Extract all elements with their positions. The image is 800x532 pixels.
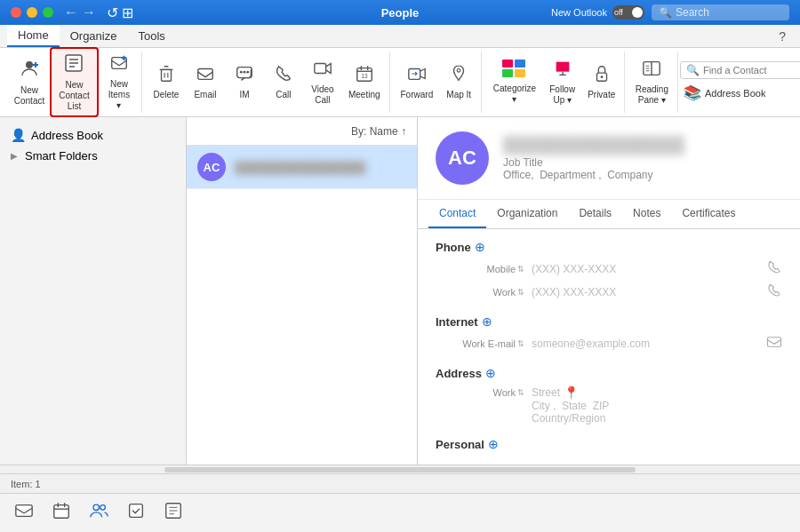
work-email-value[interactable]: someone@example.com	[532, 337, 759, 350]
phone-add-button[interactable]: ⊕	[475, 240, 485, 254]
private-button[interactable]: Private	[583, 60, 620, 104]
work-phone-value[interactable]: (XXX) XXX-XXXX	[532, 286, 759, 298]
nav-notes-button[interactable]	[160, 497, 187, 528]
map-it-button[interactable]: Map It	[440, 60, 477, 104]
new-contact-button[interactable]: NewContact	[11, 54, 48, 110]
mobile-sort-arrows[interactable]: ⇅	[517, 265, 524, 274]
categorize-button[interactable]: Categorize ▾	[487, 56, 541, 108]
find-contact-input[interactable]	[703, 65, 800, 75]
delete-label: Delete	[153, 90, 179, 100]
contact-item[interactable]: AC ████████████████	[187, 146, 417, 189]
ribbon-group-actions: Delete Email IM Call VideoCall	[144, 52, 390, 113]
ribbon-group-tags: Categorize ▾ FollowUp ▾ Private	[484, 52, 624, 113]
map-pin-icon: 📍	[564, 385, 579, 400]
address-book-button[interactable]: 📚 Address Book	[680, 83, 800, 103]
sidebar-address-book-label: Address Book	[31, 129, 103, 142]
find-contact-field[interactable]: 🔍	[680, 61, 800, 79]
forward-label: Forward	[401, 90, 434, 100]
forward-button[interactable]: Forward	[396, 60, 439, 104]
status-bar: Item: 1	[0, 473, 800, 493]
svg-rect-30	[502, 69, 513, 77]
detail-body: Phone ⊕ Mobile ⇅ (XXX) XXX-XXXX	[418, 229, 800, 465]
status-text: Item: 1	[11, 479, 41, 489]
svg-rect-10	[161, 69, 171, 81]
personal-add-button[interactable]: ⊕	[488, 437, 499, 451]
tab-details[interactable]: Details	[568, 200, 622, 228]
new-window-button[interactable]: ⊞	[122, 4, 133, 21]
forward-icon	[407, 64, 427, 87]
call-button[interactable]: Call	[265, 60, 302, 104]
mobile-label: Mobile ⇅	[436, 264, 524, 274]
video-call-button[interactable]: VideoCall	[304, 55, 341, 109]
minimize-button[interactable]	[27, 7, 37, 18]
nav-mail-button[interactable]	[11, 497, 37, 528]
new-items-button[interactable]: NewItems ▾	[100, 50, 138, 115]
internet-add-button[interactable]: ⊕	[482, 314, 492, 329]
mobile-value[interactable]: (XXX) XXX-XXXX	[532, 263, 759, 275]
work-call-icon[interactable]	[766, 282, 782, 302]
maximize-button[interactable]	[43, 7, 53, 18]
new-outlook-toggle[interactable]: New Outlook off	[551, 5, 644, 20]
svg-rect-41	[768, 337, 781, 347]
back-button[interactable]: ←	[64, 4, 78, 20]
forward-button[interactable]: →	[82, 4, 96, 20]
phone-section-title: Phone	[436, 241, 471, 254]
address-book-label: Address Book	[705, 88, 765, 99]
im-button[interactable]: IM	[226, 60, 263, 104]
sidebar-item-smart-folders[interactable]: ▶ Smart Folders	[0, 146, 186, 166]
search-bar[interactable]: 🔍	[652, 4, 789, 20]
video-call-icon	[313, 59, 332, 82]
work-email-sort-arrows[interactable]: ⇅	[517, 339, 524, 348]
address-section-title: Address	[436, 367, 482, 380]
follow-up-button[interactable]: FollowUp ▾	[544, 55, 581, 109]
svg-rect-29	[515, 60, 525, 67]
close-button[interactable]	[11, 7, 21, 18]
new-items-label: NewItems ▾	[106, 79, 132, 111]
bottom-nav	[0, 493, 800, 532]
work-address-sort-arrows[interactable]: ⇅	[517, 388, 524, 397]
sidebar-item-address-book[interactable]: 👤 Address Book	[0, 124, 186, 146]
detail-initials: AC	[448, 147, 476, 170]
traffic-lights	[11, 7, 53, 18]
help-button[interactable]: ?	[772, 25, 793, 47]
nav-tasks-button[interactable]	[123, 497, 149, 528]
nav-item-organize[interactable]: Organize	[60, 25, 128, 47]
country-region-value: Country/Region	[532, 412, 782, 425]
sort-label[interactable]: By: Name ↑	[351, 125, 406, 138]
search-input[interactable]	[676, 6, 782, 19]
ribbon-group-reading: ReadingPane ▾	[627, 52, 678, 113]
delete-icon	[156, 64, 176, 87]
nav-people-button[interactable]	[85, 497, 112, 528]
work-email-icon[interactable]	[766, 334, 782, 353]
reload-button[interactable]: ↺	[107, 4, 118, 21]
meeting-button[interactable]: 13 Meeting	[343, 60, 386, 104]
tab-organization[interactable]: Organization	[486, 200, 568, 228]
tab-notes[interactable]: Notes	[622, 200, 671, 228]
horizontal-scrollbar[interactable]	[164, 467, 636, 472]
toggle-switch[interactable]: off	[612, 5, 644, 20]
private-label: Private	[588, 90, 615, 100]
tab-certificates[interactable]: Certificates	[671, 200, 746, 228]
call-label: Call	[276, 90, 291, 100]
delete-button[interactable]: Delete	[148, 60, 185, 104]
svg-rect-43	[54, 505, 69, 519]
svg-point-19	[246, 71, 249, 74]
nav-item-tools[interactable]: Tools	[127, 25, 175, 47]
title-bar: ← → ↺ ⊞ People New Outlook off 🔍	[0, 0, 800, 25]
im-icon	[235, 64, 254, 87]
nav-calendar-button[interactable]	[48, 497, 75, 528]
nav-item-home[interactable]: Home	[7, 25, 60, 47]
street-value[interactable]: Street	[532, 386, 560, 399]
help-icon: ?	[779, 29, 786, 44]
nav-organize-label: Organize	[70, 29, 117, 43]
reading-pane-button[interactable]: ReadingPane ▾	[630, 55, 674, 109]
address-add-button[interactable]: ⊕	[485, 366, 496, 380]
mobile-call-icon[interactable]	[766, 259, 782, 279]
work-phone-sort-arrows[interactable]: ⇅	[517, 288, 524, 297]
video-call-label: VideoCall	[311, 84, 333, 106]
new-outlook-label: New Outlook	[551, 7, 607, 18]
new-contact-list-button[interactable]: NewContact List	[50, 47, 99, 117]
tab-contact[interactable]: Contact	[428, 200, 486, 228]
detail-org: Office, Department , Company	[503, 169, 782, 181]
email-button[interactable]: Email	[187, 60, 224, 104]
